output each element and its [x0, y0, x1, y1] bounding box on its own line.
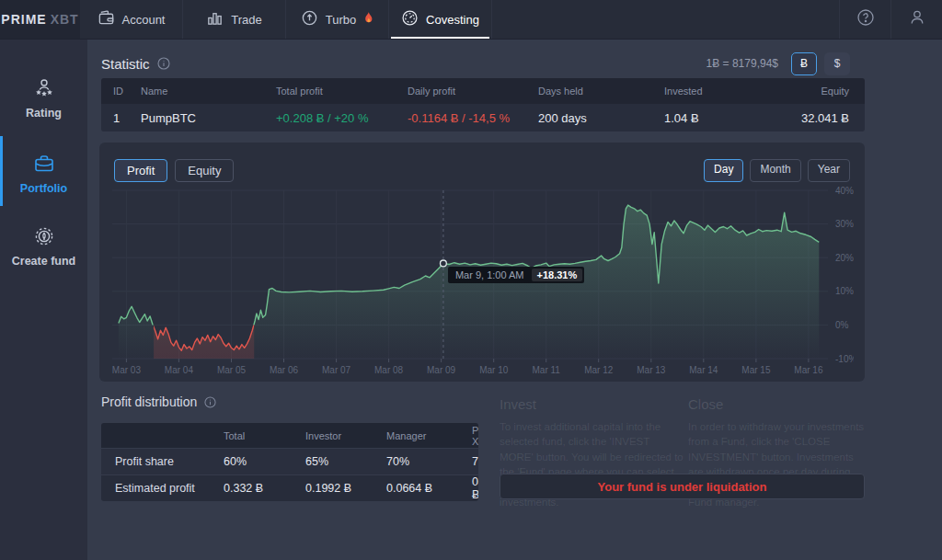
range-month-button[interactable]: Month	[750, 159, 800, 182]
sidebar-item-portfolio[interactable]: Portfolio	[0, 152, 87, 195]
svg-text:0%: 0%	[835, 320, 849, 330]
col-total: Total	[224, 430, 305, 441]
svg-text:Mar 11: Mar 11	[533, 365, 561, 375]
tooltip-value: +18.31%	[532, 269, 583, 281]
tab-trade[interactable]: Trade	[183, 0, 286, 39]
help-button[interactable]	[839, 0, 890, 39]
svg-text:Mar 13: Mar 13	[637, 365, 666, 375]
table-row[interactable]: 1 PumpBTC +0.208 Ƀ / +20 % -0.1164 Ƀ / -…	[101, 104, 865, 131]
sidebar-item-create-fund-label: Create fund	[0, 255, 87, 268]
sidebar-item-create-fund[interactable]: Create fund	[0, 224, 87, 268]
cell-total: 60%	[224, 455, 305, 468]
tooltip-date: Mar 9, 1:00 AM	[455, 269, 532, 280]
svg-text:30%: 30%	[835, 219, 854, 229]
question-circle-icon	[856, 7, 876, 31]
user-icon	[907, 7, 927, 31]
sidebar-item-rating-label: Rating	[0, 107, 87, 120]
cell-daily-profit: -0.1164 Ƀ / -14,5 %	[408, 111, 538, 125]
statistic-title: Statistic	[101, 56, 170, 72]
svg-text:Mar 10: Mar 10	[479, 365, 509, 375]
estimated-profit-row: Estimated profit 0.332 Ƀ 0.1992 Ƀ 0.0664…	[101, 474, 478, 501]
cell-total: 0.332 Ƀ	[224, 482, 305, 495]
chart-panel: Profit Equity Day Month Year 40%30%20%10…	[99, 143, 865, 382]
currency-usd-button[interactable]: $	[824, 52, 850, 75]
col-investor: Investor	[305, 430, 386, 441]
cell-primexbt: 0.0664 Ƀ	[472, 475, 478, 501]
invest-heading: Invest	[500, 396, 684, 412]
tab-turbo[interactable]: Turbo	[286, 0, 389, 39]
liquidation-banner: Your fund is under liquidation	[500, 474, 865, 499]
row-label: Estimated profit	[101, 482, 224, 495]
cell-name: PumpBTC	[141, 111, 276, 125]
chart-tooltip: Mar 9, 1:00 AM +18.31%	[448, 267, 584, 283]
range-year-button[interactable]: Year	[808, 159, 850, 182]
col-invested: Invested	[664, 86, 790, 97]
tab-account-label: Account	[122, 13, 166, 27]
cell-manager: 70%	[386, 455, 472, 468]
info-circle-icon[interactable]	[204, 396, 216, 408]
cell-id: 1	[101, 111, 141, 125]
cell-primexbt: 75%	[472, 455, 478, 468]
cell-days-held: 200 days	[538, 111, 664, 125]
range-group: Day Month Year	[704, 159, 850, 182]
col-daily-profit: Daily profit	[408, 86, 538, 97]
profit-distribution-title: Profit distribution	[101, 394, 197, 409]
statistic-table: ID Name Total profit Daily profit Days h…	[101, 78, 865, 131]
profit-tab-button[interactable]: Profit	[114, 159, 167, 182]
tab-covesting[interactable]: Covesting	[389, 0, 492, 39]
logo[interactable]: PRIME XBT	[0, 0, 80, 39]
cell-total-profit: +0.208 Ƀ / +20 %	[276, 111, 408, 125]
svg-text:Mar 07: Mar 07	[322, 365, 351, 375]
info-circle-icon[interactable]	[157, 57, 170, 70]
user-stars-icon	[32, 87, 56, 103]
cell-invested: 1.04 Ƀ	[664, 111, 790, 125]
liquidation-banner-text: Your fund is under liquidation	[598, 480, 767, 494]
svg-text:Mar 05: Mar 05	[217, 365, 247, 375]
sidebar-item-rating[interactable]: Rating	[0, 76, 87, 120]
currency-btc-button[interactable]: Ƀ	[791, 52, 817, 75]
distribution-header-row: Total Investor Manager Prime XBT	[101, 423, 478, 448]
dial-icon	[401, 9, 419, 29]
cell-investor: 0.1992 Ƀ	[305, 482, 386, 495]
bar-chart-icon	[206, 9, 224, 29]
profit-share-row: Profit share 60% 65% 70% 75%	[101, 448, 478, 474]
svg-text:Mar 15: Mar 15	[741, 365, 771, 375]
cell-equity: 32.041 Ƀ	[790, 111, 865, 125]
svg-text:40%: 40%	[835, 186, 854, 196]
tab-turbo-label: Turbo	[326, 13, 356, 27]
col-days-held: Days held	[538, 86, 664, 97]
top-nav: PRIME XBT Account Trade	[0, 0, 942, 40]
col-primexbt: Prime XBT	[472, 425, 478, 447]
logo-secondary: XBT	[51, 12, 79, 27]
profit-distribution-header: Profit distribution	[101, 394, 216, 409]
chart-toolbar: Profit Equity Day Month Year	[114, 159, 850, 182]
nav-spacer	[492, 0, 839, 39]
sidebar: Rating Portfolio Create fund	[0, 40, 87, 560]
profile-button[interactable]	[890, 0, 942, 39]
cell-manager: 0.0664 Ƀ	[386, 482, 472, 495]
col-manager: Manager	[386, 430, 472, 441]
profit-distribution-table: Total Investor Manager Prime XBT Profit …	[101, 423, 478, 501]
svg-text:20%: 20%	[835, 253, 854, 263]
statistic-table-header: ID Name Total profit Daily profit Days h…	[101, 78, 865, 104]
col-total-profit: Total profit	[276, 86, 408, 97]
svg-text:Mar 04: Mar 04	[165, 365, 194, 375]
main-content: Statistic 1Ƀ = 8179,94$ Ƀ $ ID Name Tota…	[87, 40, 942, 560]
statistic-title-text: Statistic	[101, 56, 150, 72]
equity-tab-button[interactable]: Equity	[175, 159, 234, 182]
speedometer-icon	[301, 9, 318, 29]
col-name: Name	[141, 86, 276, 97]
tab-covesting-label: Covesting	[426, 13, 479, 27]
svg-text:Mar 12: Mar 12	[584, 365, 614, 375]
range-day-button[interactable]: Day	[704, 159, 743, 182]
tab-trade-label: Trade	[231, 13, 261, 27]
flame-icon	[363, 12, 373, 28]
sidebar-item-portfolio-label: Portfolio	[0, 182, 87, 195]
tab-account[interactable]: Account	[80, 0, 183, 39]
svg-text:Mar 03: Mar 03	[112, 365, 142, 375]
svg-text:Mar 06: Mar 06	[270, 365, 299, 375]
svg-text:10%: 10%	[835, 286, 854, 296]
row-label: Profit share	[101, 455, 224, 468]
btc-rate-text: 1Ƀ = 8179,94$	[706, 57, 778, 70]
logo-primary: PRIME	[1, 12, 46, 27]
